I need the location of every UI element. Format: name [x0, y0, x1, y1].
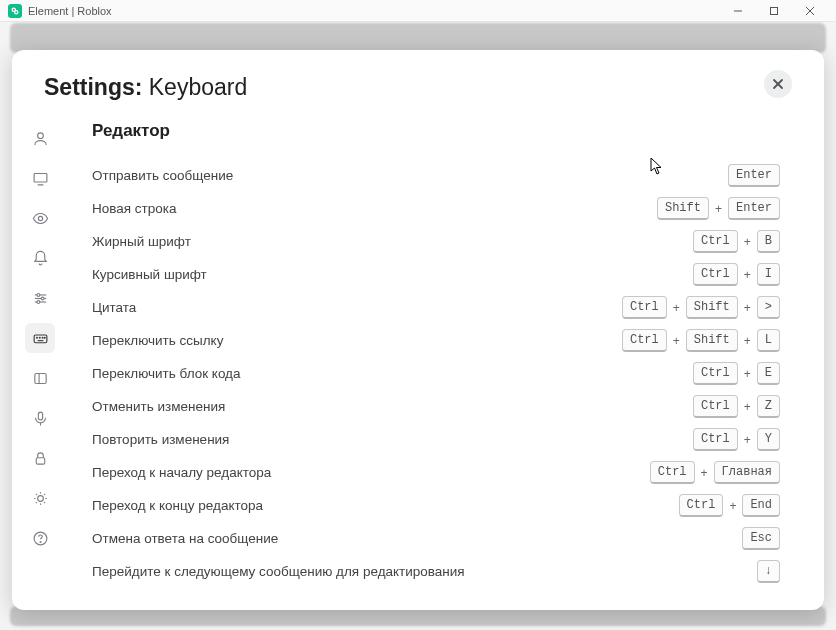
key-separator: + [742, 367, 753, 381]
shortcut-label: Повторить изменения [92, 432, 693, 447]
sidebar-item-notifications[interactable] [25, 243, 55, 273]
shortcut-list: Отправить сообщениеEnterНовая строкаShif… [92, 159, 780, 588]
shortcut-keys: Enter [728, 164, 780, 187]
shortcut-keys: Ctrl+End [679, 494, 780, 517]
key-separator: + [671, 334, 682, 348]
bell-icon [32, 250, 49, 267]
svg-point-1 [15, 10, 18, 13]
shortcut-label: Цитата [92, 300, 622, 315]
key-cap: Ctrl [622, 296, 667, 319]
shortcut-row: Новая строкаShift+Enter [92, 192, 780, 225]
key-cap: Enter [728, 197, 780, 220]
modal-title-section: Keyboard [149, 74, 247, 100]
svg-point-21 [42, 337, 43, 338]
svg-line-34 [35, 493, 36, 494]
sidebar-item-help[interactable] [25, 523, 55, 553]
sidebar-item-eye[interactable] [25, 203, 55, 233]
modal-title-prefix: Settings: [44, 74, 142, 100]
sidebar-item-voice[interactable] [25, 403, 55, 433]
shortcut-label: Переход к началу редактора [92, 465, 650, 480]
close-window-button[interactable] [792, 0, 828, 22]
modal-title: Settings: Keyboard [44, 74, 247, 101]
svg-rect-28 [36, 457, 45, 463]
shortcut-row: Переключить ссылкуCtrl+Shift+L [92, 324, 780, 357]
keyboard-icon [32, 330, 49, 347]
sidebar-item-sidebar[interactable] [25, 363, 55, 393]
key-cap: Главная [714, 461, 780, 484]
shortcut-label: Переключить блок кода [92, 366, 693, 381]
key-separator: + [713, 202, 724, 216]
help-icon [32, 530, 49, 547]
key-cap: Ctrl [679, 494, 724, 517]
sidebar-item-security[interactable] [25, 443, 55, 473]
shortcut-label: Переход к концу редактора [92, 498, 679, 513]
lock-icon [32, 450, 49, 467]
monitor-icon [32, 170, 49, 187]
svg-line-35 [44, 502, 45, 503]
shortcut-keys: Shift+Enter [657, 197, 780, 220]
sidebar-item-appearance[interactable] [25, 163, 55, 193]
maximize-button[interactable] [756, 0, 792, 22]
window-title: Element | Roblox [28, 5, 112, 17]
shortcut-keys: ↓ [757, 560, 780, 583]
close-modal-button[interactable] [764, 70, 792, 98]
settings-sidebar [12, 117, 68, 610]
bulb-icon [32, 490, 49, 507]
svg-line-37 [44, 493, 45, 494]
eye-icon [32, 210, 49, 227]
shortcut-label: Отправить сообщение [92, 168, 728, 183]
key-cap: B [757, 230, 780, 253]
shortcut-row: Отправить сообщениеEnter [92, 159, 780, 192]
key-cap: Esc [742, 527, 780, 550]
key-separator: + [742, 301, 753, 315]
sidebar-item-keyboard[interactable] [25, 323, 55, 353]
shortcut-keys: Ctrl+Главная [650, 461, 780, 484]
key-cap: ↓ [757, 560, 780, 583]
svg-rect-24 [34, 373, 45, 383]
panel-icon [32, 370, 49, 387]
sidebar-item-general[interactable] [25, 123, 55, 153]
settings-modal: Settings: Keyboard Редактор Отправить со… [12, 50, 824, 610]
sidebar-item-preferences[interactable] [25, 283, 55, 313]
shortcut-row: Переход к началу редактораCtrl+Главная [92, 456, 780, 489]
section-title: Редактор [92, 121, 780, 141]
key-separator: + [742, 433, 753, 447]
svg-point-11 [38, 216, 42, 220]
user-icon [32, 130, 49, 147]
svg-point-13 [36, 293, 39, 296]
shortcut-keys: Esc [742, 527, 780, 550]
key-cap: Ctrl [650, 461, 695, 484]
svg-rect-26 [38, 412, 42, 420]
shortcut-row: Переход к концу редактораCtrl+End [92, 489, 780, 522]
minimize-button[interactable] [720, 0, 756, 22]
key-cap: > [757, 296, 780, 319]
key-cap: Ctrl [622, 329, 667, 352]
key-separator: + [742, 235, 753, 249]
shortcut-row: Отменить измененияCtrl+Z [92, 390, 780, 423]
svg-rect-3 [771, 7, 778, 14]
key-separator: + [742, 268, 753, 282]
key-cap: I [757, 263, 780, 286]
svg-point-19 [36, 337, 37, 338]
shortcut-label: Перейдите к следующему сообщению для ред… [92, 564, 757, 579]
shortcut-keys: Ctrl+Shift+> [622, 296, 780, 319]
shortcut-row: Переключить блок кодаCtrl+E [92, 357, 780, 390]
key-separator: + [742, 334, 753, 348]
shortcut-keys: Ctrl+E [693, 362, 780, 385]
key-cap: Z [757, 395, 780, 418]
svg-point-8 [37, 132, 43, 138]
key-cap: L [757, 329, 780, 352]
shortcut-keys: Ctrl+Shift+L [622, 329, 780, 352]
key-separator: + [727, 499, 738, 513]
shortcut-row: Жирный шрифтCtrl+B [92, 225, 780, 258]
svg-point-39 [40, 541, 41, 542]
sidebar-item-labs[interactable] [25, 483, 55, 513]
shortcut-label: Новая строка [92, 201, 657, 216]
key-cap: E [757, 362, 780, 385]
shortcut-row: Отмена ответа на сообщениеEsc [92, 522, 780, 555]
svg-point-15 [41, 297, 44, 300]
svg-rect-9 [34, 173, 47, 182]
shortcut-keys: Ctrl+Y [693, 428, 780, 451]
shortcut-label: Курсивный шрифт [92, 267, 693, 282]
mic-icon [32, 410, 49, 427]
